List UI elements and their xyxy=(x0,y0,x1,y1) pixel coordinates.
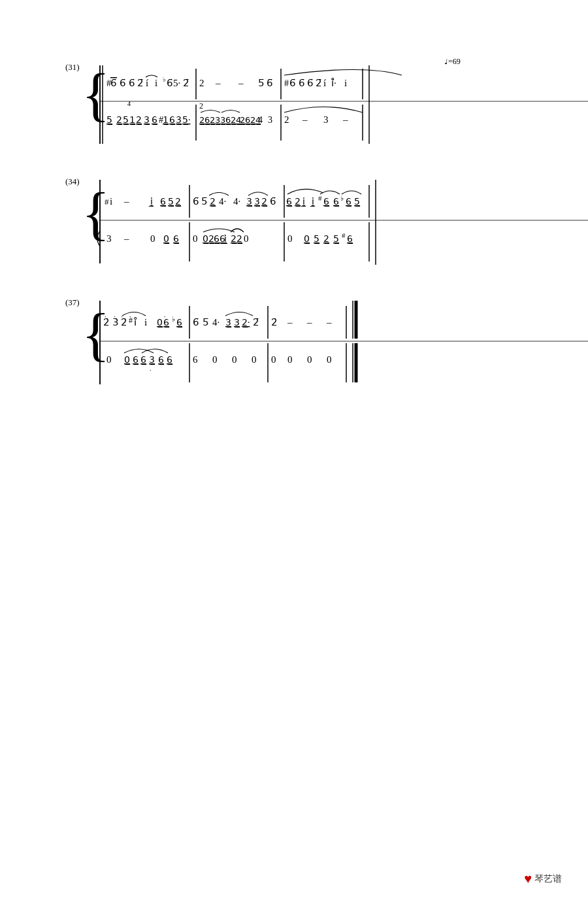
bn37-0u: 0̲ xyxy=(124,355,131,365)
tn-6f: 6̄ xyxy=(307,78,314,88)
tn37-4: 4· xyxy=(212,317,220,327)
tn-6b: 6̄ xyxy=(120,78,126,88)
bn34-dash: – xyxy=(123,233,129,244)
tn37-2c: 2̲· xyxy=(242,318,250,327)
bn37-0b: 0 xyxy=(212,354,218,365)
tn34-dash1: – xyxy=(123,196,129,207)
system-34-svg: { # i – i̲ 6̲ 5̲ 2̲ 6̄ 5̄ xyxy=(82,173,588,271)
bn37-0f: 0 xyxy=(287,354,293,365)
bass-arc-2 xyxy=(221,110,240,113)
tn34-5: 5̲ xyxy=(168,197,174,207)
tn34-i2: i̲ xyxy=(148,197,154,207)
tn-2a: 2 xyxy=(199,78,204,88)
bn-5u: 5̲ xyxy=(123,115,129,125)
bn37-0g: 0 xyxy=(307,354,312,365)
tn37-2e: 2̇ xyxy=(271,317,278,327)
tn34-2c: 2̲ xyxy=(261,197,268,207)
bn34-22u: 2̲2̲ xyxy=(231,234,243,244)
logo-text: 琴艺谱 xyxy=(534,873,562,885)
bn-3: 3 xyxy=(268,115,272,125)
tn-2: 2̄ xyxy=(137,78,144,88)
system-34: (34) { # i – i̲ 6̲ 5̲ 2̲ xyxy=(65,173,529,271)
treble-arc-34-4 xyxy=(320,191,340,194)
bn-4above: 4 xyxy=(127,100,131,107)
logo-area: ♥ 琴艺谱 xyxy=(524,871,562,886)
bn34-0d: 0 xyxy=(287,233,293,244)
tn37-i2: i xyxy=(144,317,147,327)
tn34-i4: i̲ xyxy=(310,197,316,207)
tn37-3a: 3̲ xyxy=(225,318,232,327)
bn37-0h: 0 xyxy=(327,354,332,365)
tn37-dashA: – xyxy=(287,317,293,327)
tn37-3: 3̇ xyxy=(112,317,119,327)
bn-3u2: 3̲ xyxy=(176,115,182,125)
tn-6dot: 6̄ xyxy=(267,78,273,88)
tempo-31: ♩=69 xyxy=(444,59,461,66)
tn37-flat: ♭ xyxy=(172,315,175,323)
tn-65: 6̄5· xyxy=(167,78,180,88)
system-31: (31) { ♩=69 # 6̄ 6̄ 6̄ xyxy=(65,59,529,150)
bn-3u: 3̲ xyxy=(144,115,150,125)
tn37-6u: 6̲ xyxy=(163,318,170,327)
tn37-dashC: – xyxy=(326,317,332,327)
tn-6d: 6̄ xyxy=(289,78,296,88)
tn-i5: i xyxy=(344,78,347,88)
bn37-6u2: 6̲ xyxy=(140,355,147,365)
tn37-i1: i̊ xyxy=(134,317,137,327)
tn37-6b: 6̄ xyxy=(193,317,199,327)
tn34-6b: 6̄ xyxy=(193,196,199,207)
tn34-5c: 5̲ xyxy=(354,197,361,207)
bn37-0d: 0 xyxy=(252,354,257,365)
bn-5dot: 5̲· xyxy=(182,115,191,125)
tn34-6g: 6̲ xyxy=(346,197,352,207)
tn34-4b: 4· xyxy=(233,196,240,207)
tn-sharp2: # xyxy=(284,78,289,88)
tn34-3b: 3̲ xyxy=(254,197,261,207)
tn-i1: i xyxy=(146,78,148,88)
bn-1u: 1̲ xyxy=(129,115,136,125)
bn37-6: 6 xyxy=(193,354,198,365)
bn34-0u: 0̲ xyxy=(163,234,170,244)
bn-1u2: 1̲ xyxy=(163,115,169,125)
tn-dash2: – xyxy=(238,78,244,88)
tn37-0: 0̲ xyxy=(157,318,163,327)
bass-arc-1 xyxy=(201,110,220,113)
bn37-0c: 0 xyxy=(232,354,237,365)
bn-4: 4 xyxy=(258,115,263,125)
tn34-sharp2: # xyxy=(318,194,322,202)
bn37-3u: 3̲ xyxy=(149,355,155,365)
tn34-2: 2̲ xyxy=(175,197,182,207)
tie-arc-2 xyxy=(284,70,402,76)
bn34-3: 3 xyxy=(106,233,112,244)
bn-dash1: – xyxy=(302,114,308,125)
brace-34: { xyxy=(82,181,110,246)
tn34-4: 4· xyxy=(219,196,226,207)
system-31-svg: { ♩=69 # 6̄ 6̄ 6̄ 2̄ · i xyxy=(82,59,588,150)
tn-2dot: 2̄ xyxy=(183,78,189,88)
bn-5: 5̲ xyxy=(106,115,113,125)
brace-37: { xyxy=(82,302,110,367)
bn34-5u: 5̲ xyxy=(314,234,320,244)
bn34-6: 6̲ xyxy=(347,234,353,244)
tn-i2: i xyxy=(155,78,157,88)
tn37-dashB: – xyxy=(306,317,312,327)
tn34-flat: ♭ xyxy=(340,194,344,202)
score-container: (31) { ♩=69 # 6̄ 6̄ 6̄ xyxy=(33,26,555,435)
treble-arc-34-1 xyxy=(209,193,229,196)
bn37-6u: 6̲ xyxy=(133,355,139,365)
tn-5dot: 5̄ xyxy=(258,78,265,88)
tn-6a: 6̄ xyxy=(110,78,117,88)
treble-arc-37-1 xyxy=(122,312,146,316)
bn37-6u4: 6̲ xyxy=(167,355,173,365)
tn34-i3: i̲ xyxy=(301,197,306,207)
bn34-sharp: # xyxy=(342,231,346,239)
bn34-0a: 0 xyxy=(150,233,155,244)
tn-2b: 2̄ xyxy=(316,78,322,88)
bn34-0b: 0 xyxy=(193,233,198,244)
bn37-6u3: 6̲ xyxy=(158,355,165,365)
bn-2c: 2 xyxy=(284,114,289,125)
page: (31) { ♩=69 # 6̄ 6̄ 6̄ xyxy=(0,0,588,906)
tn34-6c: 6̄ xyxy=(270,196,276,207)
tn34-6d: 6̲ xyxy=(286,197,293,207)
tn34-2u: 2̲ xyxy=(210,197,216,207)
